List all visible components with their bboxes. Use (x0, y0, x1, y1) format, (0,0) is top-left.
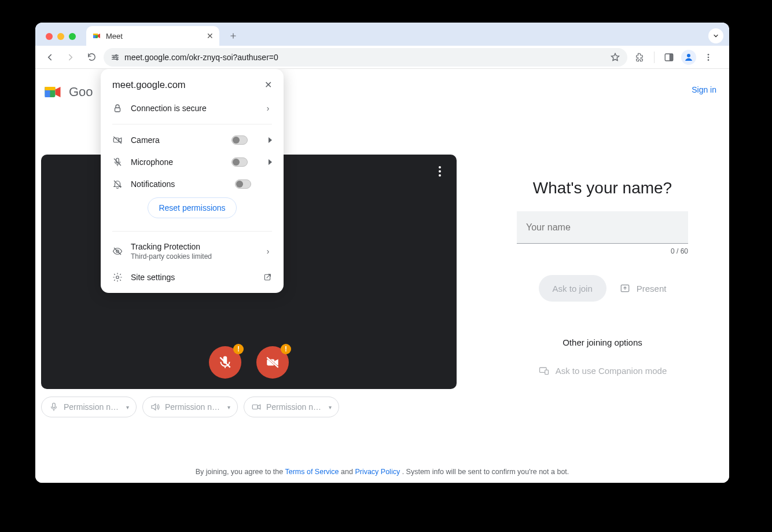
forward-button[interactable] (62, 49, 79, 66)
chevron-down-icon: ▾ (227, 404, 230, 410)
privacy-link[interactable]: Privacy Policy (355, 468, 400, 476)
mic-permission-chip[interactable]: Permission ne… ▾ (41, 397, 137, 417)
warning-badge-icon: ! (233, 344, 244, 354)
site-info-popover: meet.google.com ✕ Connection is secure ›… (101, 69, 284, 293)
mic-perm-row: Microphone (101, 151, 284, 173)
companion-mode-button[interactable]: Ask to use Companion mode (538, 365, 667, 376)
meet-header: Goo (42, 82, 93, 102)
camera-toggle[interactable] (231, 135, 248, 145)
page-content: Goo Sign in ! ! Permission ne… ▾ (35, 69, 729, 483)
chrome-menu-button[interactable] (700, 49, 717, 66)
chip-label: Permission ne… (266, 402, 324, 412)
back-button[interactable] (41, 49, 58, 66)
divider (112, 231, 272, 232)
video-more-button[interactable] (431, 163, 449, 180)
tab-strip: Meet ✕ (35, 23, 729, 46)
chip-label: Permission ne… (64, 402, 122, 412)
svg-point-9 (687, 54, 690, 57)
address-bar[interactable]: meet.google.com/okr-znyq-soi?authuser=0 (104, 48, 627, 67)
profile-button[interactable] (681, 50, 696, 65)
mic-icon (49, 402, 59, 412)
name-input[interactable] (517, 211, 688, 244)
svg-rect-27 (545, 370, 548, 375)
toolbar-divider (654, 52, 655, 63)
popover-close-button[interactable]: ✕ (264, 79, 272, 90)
companion-label: Ask to use Companion mode (556, 366, 667, 376)
camera-icon (251, 402, 262, 412)
brand-text: Goo (69, 85, 93, 100)
expand-arrow-icon[interactable] (269, 159, 272, 165)
name-char-count: 0 / 60 (517, 247, 688, 255)
svg-rect-28 (115, 108, 120, 112)
camera-off-icon (265, 355, 280, 370)
join-panel: What's your name? 0 / 60 Ask to join Pre… (490, 179, 715, 376)
chevron-down-icon: ▾ (329, 404, 332, 410)
browser-window: Meet ✕ meet.google.com/okr-znyq-soi?auth… (35, 23, 729, 483)
maximize-window-button[interactable] (69, 33, 76, 40)
meet-logo-icon (42, 82, 63, 102)
tos-link[interactable]: Terms of Service (285, 468, 339, 476)
gear-icon (112, 272, 123, 282)
tab-title: Meet (106, 32, 123, 41)
svg-rect-15 (45, 87, 56, 90)
camera-off-icon (112, 135, 123, 145)
svg-rect-23 (252, 405, 258, 409)
svg-rect-22 (53, 403, 56, 408)
chevron-right-icon: › (264, 247, 272, 256)
expand-arrow-icon[interactable] (269, 137, 272, 143)
connection-secure-row[interactable]: Connection is secure › (101, 97, 284, 119)
other-options-title: Other joining options (563, 337, 642, 347)
bell-off-icon (112, 179, 123, 189)
tracking-protection-row[interactable]: Tracking Protection Third-party cookies … (101, 236, 284, 266)
companion-icon (538, 365, 550, 376)
camera-label: Camera (131, 135, 223, 145)
side-panel-button[interactable] (660, 49, 678, 66)
sign-in-link[interactable]: Sign in (692, 85, 716, 94)
site-info-icon[interactable] (111, 53, 120, 62)
new-tab-button[interactable] (225, 28, 241, 44)
close-window-button[interactable] (46, 33, 53, 40)
svg-marker-24 (258, 405, 260, 409)
mic-off-icon (218, 355, 233, 370)
svg-point-12 (708, 59, 709, 61)
footer-text: By joining, you agree to the Terms of Se… (35, 468, 729, 476)
site-settings-label: Site settings (131, 273, 255, 282)
present-button[interactable]: Present (619, 282, 667, 294)
tab-search[interactable] (708, 28, 723, 43)
join-title: What's your name? (533, 179, 672, 197)
lock-icon (112, 103, 123, 113)
footer-pre: By joining, you agree to the (196, 468, 285, 476)
speaker-permission-chip[interactable]: Permission ne… ▾ (142, 397, 238, 417)
svg-rect-8 (670, 54, 673, 61)
mic-toggle[interactable] (231, 157, 248, 167)
notifications-perm-row: Notifications (101, 173, 284, 195)
popover-host: meet.google.com (112, 79, 186, 90)
bookmark-star-icon[interactable] (610, 52, 620, 63)
chevron-right-icon: › (264, 104, 272, 113)
mic-label: Microphone (131, 157, 223, 167)
connection-label: Connection is secure (131, 104, 256, 113)
camera-perm-row: Camera (101, 129, 284, 151)
footer-and: and (341, 468, 355, 476)
chevron-down-icon: ▾ (126, 404, 129, 410)
site-settings-row[interactable]: Site settings (101, 266, 284, 288)
browser-toolbar: meet.google.com/okr-znyq-soi?authuser=0 (35, 46, 729, 69)
warning-badge-icon: ! (281, 344, 291, 354)
chip-label: Permission ne… (165, 402, 223, 412)
window-controls (42, 33, 80, 46)
reload-button[interactable] (83, 49, 100, 66)
extensions-button[interactable] (631, 49, 648, 66)
svg-marker-16 (56, 87, 61, 97)
reset-permissions-button[interactable]: Reset permissions (148, 197, 236, 218)
notifications-toggle[interactable] (235, 179, 251, 189)
minimize-window-button[interactable] (57, 33, 64, 40)
svg-rect-2 (93, 34, 98, 35)
camera-permission-chip[interactable]: Permission ne… ▾ (244, 397, 339, 417)
mic-toggle-button[interactable]: ! (209, 346, 241, 379)
camera-toggle-button[interactable]: ! (256, 346, 289, 379)
svg-point-11 (708, 56, 709, 58)
ask-to-join-button[interactable]: Ask to join (539, 275, 606, 302)
close-tab-button[interactable]: ✕ (207, 31, 214, 41)
browser-tab[interactable]: Meet ✕ (86, 26, 219, 46)
svg-point-37 (116, 276, 119, 279)
